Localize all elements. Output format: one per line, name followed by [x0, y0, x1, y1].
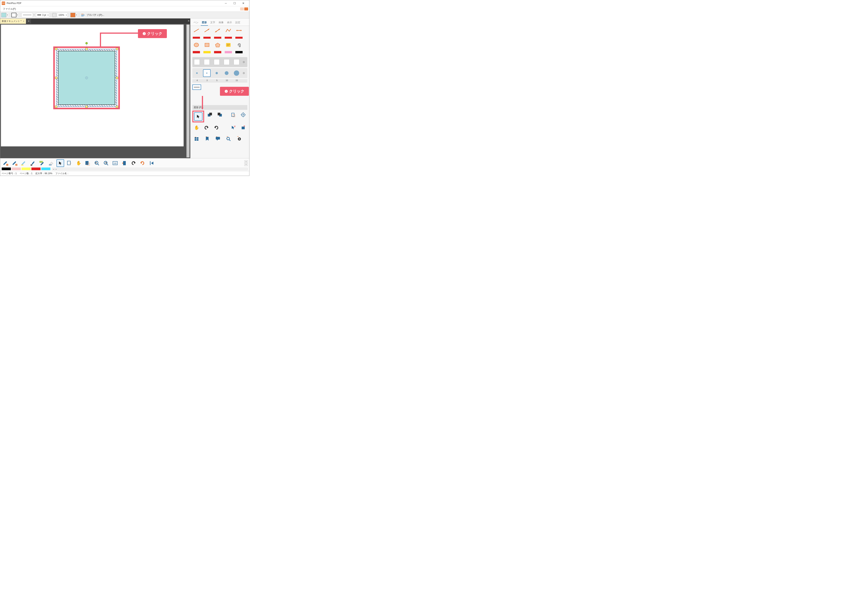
opacity-select[interactable]: 100% [57, 13, 68, 17]
swatch-red-4[interactable] [224, 35, 232, 40]
resize-handle-w[interactable] [55, 77, 57, 79]
line-style-selected[interactable] [192, 84, 201, 90]
pan-tool-button[interactable]: ✋ [192, 124, 201, 132]
canvas-area[interactable]: ❷ クリック [0, 24, 190, 158]
stroke-color-picker[interactable]: ▾ [11, 13, 19, 17]
goto-start-button[interactable] [148, 159, 155, 167]
search-panel-button[interactable] [224, 135, 233, 143]
delete-shape-button[interactable]: ✕ [239, 124, 247, 132]
fill-swatch-pink[interactable] [224, 50, 232, 55]
zoom-out-button[interactable] [93, 159, 101, 167]
redo-bottom-button[interactable] [139, 159, 146, 167]
text-highlight-button[interactable]: abc [38, 159, 46, 167]
bookmark-panel-button[interactable] [203, 135, 211, 143]
ellipse-tool-icon[interactable] [192, 42, 200, 48]
resize-handle-n[interactable] [85, 48, 88, 50]
rotation-handle[interactable] [85, 42, 88, 44]
pen-size-5[interactable] [213, 69, 220, 77]
quick-color-pink[interactable] [12, 168, 21, 170]
highlighter-button[interactable] [20, 159, 28, 167]
text-select-button[interactable]: T [66, 159, 73, 167]
fill-swatch-black[interactable] [235, 50, 243, 55]
resize-handle-s[interactable] [85, 106, 88, 108]
quick-color-black[interactable] [2, 168, 11, 170]
tab-settings[interactable]: 設定 [234, 20, 242, 26]
polyline-tool-icon[interactable] [224, 28, 232, 33]
zoom-100-button[interactable]: 100 [111, 159, 119, 167]
delete-selection-button[interactable]: ✕ [229, 124, 237, 132]
new-tab-button[interactable]: + [26, 19, 31, 23]
line-tool-icon[interactable] [192, 28, 200, 33]
properties-button[interactable]: プロパティ(P)... [86, 13, 105, 17]
line-weight-select[interactable]: 3 pt [36, 13, 49, 17]
document-tab[interactable]: 新規ドキュメント * × [0, 19, 26, 24]
page[interactable]: ❷ クリック [1, 25, 184, 146]
pen-size-4[interactable] [193, 69, 201, 77]
opacity-picker[interactable] [52, 13, 56, 17]
maximize-button[interactable]: ☐ [230, 0, 239, 6]
sticky-note-tool-icon[interactable] [224, 42, 232, 48]
resize-handle-e[interactable] [116, 77, 118, 79]
menu-file[interactable]: ファイル(F) [2, 6, 17, 11]
zoom-in-button[interactable] [102, 159, 110, 167]
close-tab-icon[interactable]: × [23, 20, 24, 23]
comments-panel-button[interactable] [214, 135, 222, 143]
vertical-scrollbar[interactable] [186, 25, 189, 157]
tab-view[interactable]: 表示 [226, 20, 233, 26]
dimension-tool-icon[interactable] [235, 28, 243, 33]
fill-swatch-red[interactable] [192, 50, 200, 55]
properties-icon[interactable] [81, 13, 85, 17]
close-all-tabs-button[interactable]: × [188, 19, 189, 23]
stroke-preset-2[interactable] [203, 58, 211, 66]
gear-icon[interactable]: ⚙ [243, 61, 247, 64]
minimize-button[interactable]: ─ [222, 0, 230, 6]
pen-size-15[interactable] [233, 69, 240, 77]
panel-collapse-right-icon[interactable] [244, 8, 248, 11]
brush-button[interactable] [29, 159, 37, 167]
redo-button[interactable] [212, 124, 220, 132]
fill-swatch-red2[interactable] [214, 50, 222, 55]
quick-color-cyan[interactable] [41, 168, 50, 170]
settings-panel-button[interactable] [235, 135, 243, 143]
line-style-picker[interactable]: ▾ [22, 13, 35, 17]
horizontal-scrollbar[interactable] [52, 168, 248, 170]
pen-size-10[interactable] [223, 69, 230, 77]
pen-2-button[interactable]: 2 [11, 159, 19, 167]
arrow-tool-icon[interactable] [203, 28, 211, 33]
undo-bottom-button[interactable] [130, 159, 137, 167]
rectangle-tool-icon[interactable] [203, 42, 211, 48]
paste-button[interactable] [229, 110, 237, 119]
resize-handle-se[interactable] [116, 106, 118, 108]
fill-swatch-yellow[interactable] [203, 50, 211, 55]
swatch-red-1[interactable] [192, 35, 200, 40]
resize-handle-ne[interactable] [116, 48, 118, 50]
highlight-color-picker[interactable]: ▾ [70, 13, 78, 17]
attachment-tool-icon[interactable] [235, 42, 243, 48]
select-tool-button[interactable] [56, 159, 64, 167]
quick-color-red[interactable] [31, 168, 40, 170]
gear-icon[interactable]: ⚙ [243, 71, 247, 75]
resize-handle-nw[interactable] [55, 48, 57, 50]
fit-page-button[interactable] [121, 159, 128, 167]
undo-button[interactable] [202, 124, 211, 132]
page-viewport[interactable]: ❷ クリック [1, 25, 186, 157]
send-back-button[interactable] [215, 110, 224, 119]
bottom-scroll-updown[interactable]: ▴▾ [244, 160, 248, 166]
swatch-red-2[interactable] [203, 35, 211, 40]
snapshot-button[interactable] [84, 159, 91, 167]
tab-image[interactable]: 画像 [217, 20, 225, 26]
tab-text[interactable]: 文字 [209, 20, 216, 26]
selected-shape[interactable] [56, 49, 117, 107]
tab-shapes[interactable]: 図形 [201, 20, 208, 26]
polygon-tool-icon[interactable] [214, 42, 222, 48]
tab-pen[interactable]: ペン [192, 20, 200, 26]
thumbnail-panel-button[interactable] [192, 135, 201, 143]
target-button[interactable] [239, 110, 247, 119]
stroke-preset-3[interactable] [213, 58, 220, 66]
swatch-red-5[interactable] [235, 35, 243, 40]
stroke-preset-4[interactable] [223, 58, 230, 66]
pan-button[interactable]: ✋ [75, 159, 82, 167]
close-button[interactable]: ✕ [239, 0, 248, 6]
quick-color-yellow[interactable] [22, 168, 31, 170]
stroke-preset-1[interactable] [193, 58, 201, 66]
